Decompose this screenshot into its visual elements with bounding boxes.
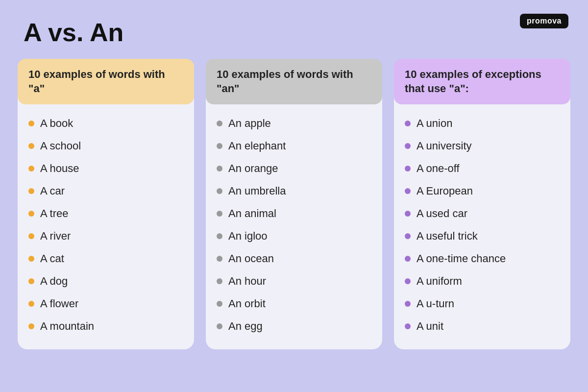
bullet-dot xyxy=(217,233,222,239)
bullet-dot xyxy=(217,278,222,284)
list-item-text: A school xyxy=(40,140,81,152)
list-item: A uniform xyxy=(405,270,560,293)
list-item-text: A mountain xyxy=(40,320,94,333)
column-exceptions: 10 examples of exceptions that use "a": … xyxy=(394,59,570,349)
list-item-text: An igloo xyxy=(228,230,268,243)
bullet-dot xyxy=(28,256,34,262)
list-item: An umbrella xyxy=(217,180,371,202)
bullet-dot xyxy=(217,211,222,217)
bullet-dot xyxy=(217,188,222,194)
list-item: An egg xyxy=(217,315,371,338)
logo: promova xyxy=(520,14,568,28)
bullet-dot xyxy=(405,323,411,329)
list-item: A flower xyxy=(28,293,183,315)
list-item-text: An orbit xyxy=(228,297,266,310)
page-title: A vs. An xyxy=(0,0,588,59)
list-item: A cat xyxy=(28,247,183,270)
columns-wrapper: 10 examples of words with "a" A bookA sc… xyxy=(0,59,588,367)
list-item: A university xyxy=(405,135,560,157)
list-item-text: An elephant xyxy=(228,140,286,152)
list-item-text: A house xyxy=(40,162,79,175)
list-item: An ocean xyxy=(217,247,371,270)
bullet-dot xyxy=(28,166,34,172)
column-exceptions-list: A unionA universityA one-offA EuropeanA … xyxy=(394,104,570,338)
list-item-text: A car xyxy=(40,185,65,197)
bullet-dot xyxy=(405,143,411,149)
bullet-dot xyxy=(28,301,34,307)
bullet-dot xyxy=(217,143,222,149)
list-item-text: A flower xyxy=(40,297,78,310)
bullet-dot xyxy=(405,301,411,307)
list-item: A used car xyxy=(405,202,560,225)
column-a-header: 10 examples of words with "a" xyxy=(18,59,194,104)
list-item: A European xyxy=(405,180,560,202)
bullet-dot xyxy=(217,323,222,329)
bullet-dot xyxy=(28,323,34,329)
bullet-dot xyxy=(28,278,34,284)
list-item: A tree xyxy=(28,202,183,225)
list-item: An orange xyxy=(217,157,371,180)
list-item: A school xyxy=(28,135,183,157)
bullet-dot xyxy=(405,256,411,262)
list-item: A mountain xyxy=(28,315,183,338)
list-item: A union xyxy=(405,112,560,135)
list-item-text: An animal xyxy=(228,207,276,220)
column-an-header: 10 examples of words with "an" xyxy=(206,59,382,104)
list-item-text: A dog xyxy=(40,275,68,288)
bullet-dot xyxy=(28,143,34,149)
list-item-text: A u-turn xyxy=(416,297,454,310)
list-item-text: A river xyxy=(40,230,71,243)
list-item-text: A unit xyxy=(416,320,443,333)
bullet-dot xyxy=(405,166,411,172)
column-a-list: A bookA schoolA houseA carA treeA riverA… xyxy=(18,104,194,338)
bullet-dot xyxy=(405,211,411,217)
bullet-dot xyxy=(405,278,411,284)
bullet-dot xyxy=(217,166,222,172)
list-item-text: A one-off xyxy=(416,162,460,175)
list-item-text: A used car xyxy=(416,207,467,220)
list-item-text: A union xyxy=(416,117,452,130)
list-item: A u-turn xyxy=(405,293,560,315)
list-item-text: An egg xyxy=(228,320,263,333)
list-item-text: A uniform xyxy=(416,275,462,288)
bullet-dot xyxy=(28,121,34,126)
list-item: A book xyxy=(28,112,183,135)
list-item-text: An ocean xyxy=(228,252,274,265)
list-item-text: A tree xyxy=(40,207,68,220)
list-item-text: A university xyxy=(416,140,472,152)
bullet-dot xyxy=(217,301,222,307)
bullet-dot xyxy=(405,233,411,239)
list-item-text: A cat xyxy=(40,252,64,265)
bullet-dot xyxy=(217,256,222,262)
list-item: A house xyxy=(28,157,183,180)
list-item: An apple xyxy=(217,112,371,135)
list-item: An hour xyxy=(217,270,371,293)
list-item: A one-off xyxy=(405,157,560,180)
list-item-text: A one-time chance xyxy=(416,252,506,265)
column-a: 10 examples of words with "a" A bookA sc… xyxy=(18,59,194,349)
bullet-dot xyxy=(405,188,411,194)
column-exceptions-header: 10 examples of exceptions that use "a": xyxy=(394,59,570,104)
list-item-text: An orange xyxy=(228,162,278,175)
list-item: An orbit xyxy=(217,293,371,315)
list-item: A car xyxy=(28,180,183,202)
list-item-text: A useful trick xyxy=(416,230,478,243)
bullet-dot xyxy=(405,121,411,126)
column-an: 10 examples of words with "an" An appleA… xyxy=(206,59,382,349)
list-item: A unit xyxy=(405,315,560,338)
list-item-text: An umbrella xyxy=(228,185,286,197)
list-item: An animal xyxy=(217,202,371,225)
column-an-list: An appleAn elephantAn orangeAn umbrellaA… xyxy=(206,104,382,338)
list-item-text: An hour xyxy=(228,275,266,288)
list-item-text: A European xyxy=(416,185,473,197)
bullet-dot xyxy=(217,121,222,126)
list-item: A useful trick xyxy=(405,225,560,247)
list-item-text: A book xyxy=(40,117,73,130)
list-item-text: An apple xyxy=(228,117,271,130)
list-item: A dog xyxy=(28,270,183,293)
bullet-dot xyxy=(28,188,34,194)
list-item: A one-time chance xyxy=(405,247,560,270)
list-item: A river xyxy=(28,225,183,247)
list-item: An elephant xyxy=(217,135,371,157)
list-item: An igloo xyxy=(217,225,371,247)
